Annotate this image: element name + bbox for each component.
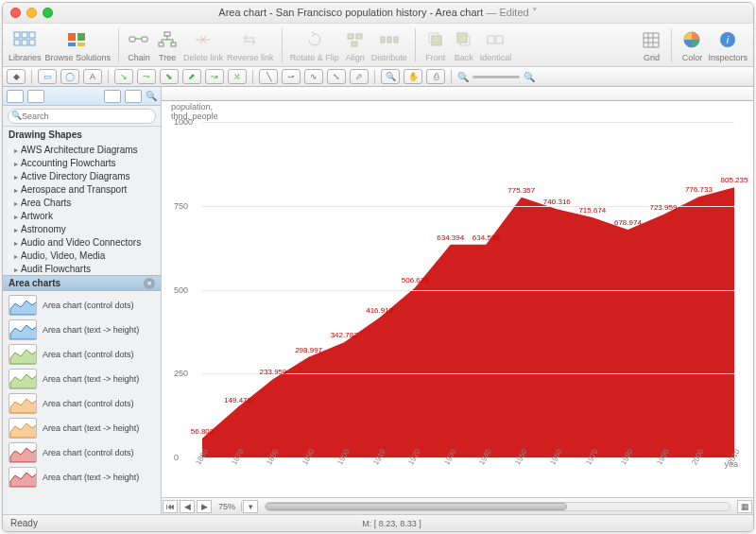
- shape-item[interactable]: Area chart (text -> height): [3, 318, 161, 342]
- sidebar-tab-2[interactable]: [27, 90, 44, 103]
- front-button[interactable]: Front: [423, 27, 448, 62]
- category-item[interactable]: AWS Architecture Diagrams: [3, 143, 161, 156]
- zoom-value[interactable]: 75%: [213, 502, 242, 511]
- color-button[interactable]: Color: [679, 27, 704, 62]
- connector-tool-4[interactable]: ⬈: [182, 69, 201, 84]
- y-tick-label: 750: [174, 201, 188, 211]
- tree-button[interactable]: Tree: [155, 27, 180, 62]
- category-item[interactable]: Accounting Flowcharts: [3, 156, 161, 169]
- line-tool-5[interactable]: ⬀: [350, 69, 369, 84]
- shape-item[interactable]: Area chart (control dots): [3, 342, 161, 367]
- connector-tool-3[interactable]: ⬊: [160, 69, 179, 84]
- y-tick-label: 1000: [174, 117, 193, 127]
- page-grid-button[interactable]: ▦: [737, 500, 752, 513]
- page-add-button[interactable]: ▾: [243, 500, 258, 513]
- svg-rect-6: [68, 33, 76, 41]
- ellipse-tool[interactable]: ◯: [60, 69, 79, 84]
- selected-category[interactable]: Area charts ×: [3, 275, 161, 291]
- zoom-in-icon[interactable]: 🔍: [524, 72, 535, 82]
- line-tool-4[interactable]: ⤡: [327, 69, 346, 84]
- sep: [282, 28, 283, 62]
- svg-rect-8: [68, 43, 76, 46]
- data-label: 634.536: [472, 233, 500, 242]
- close-category-icon[interactable]: ×: [144, 278, 155, 289]
- shape-label: Area chart (text -> height): [43, 325, 139, 335]
- sidebar-tab-1[interactable]: [7, 90, 24, 103]
- shape-item[interactable]: Area chart (text -> height): [3, 465, 161, 490]
- page-next-button[interactable]: ▶: [197, 500, 212, 513]
- category-item[interactable]: Active Directory Diagrams: [3, 169, 161, 182]
- category-item[interactable]: Artwork: [3, 209, 161, 222]
- stamp-tool[interactable]: ⎙: [426, 69, 445, 84]
- shape-item[interactable]: Area chart (control dots): [3, 391, 161, 416]
- connector-tool-6[interactable]: ⤭: [228, 69, 247, 84]
- delete-link-button[interactable]: Delete link: [183, 27, 223, 62]
- edited-indicator[interactable]: — Edited ˅: [483, 7, 537, 18]
- shape-label: Area chart (control dots): [43, 350, 134, 359]
- browse-icon: [65, 27, 90, 52]
- shape-list: Area chart (control dots)Area chart (tex…: [3, 291, 161, 514]
- shape-item[interactable]: Area chart (control dots): [3, 293, 161, 318]
- zoom-out-icon[interactable]: 🔍: [457, 72, 469, 82]
- tree-icon: [155, 27, 180, 52]
- align-button[interactable]: Align: [343, 27, 368, 62]
- grid-button[interactable]: Grid: [639, 27, 663, 62]
- zoom-track[interactable]: [472, 76, 520, 78]
- browse-solutions-button[interactable]: Browse Solutions: [45, 27, 112, 62]
- shape-label: Area chart (control dots): [43, 448, 134, 457]
- chain-button[interactable]: Chain: [127, 27, 151, 62]
- svg-rect-21: [432, 36, 441, 45]
- zoom-in-tool[interactable]: 🔍: [381, 69, 400, 84]
- shape-thumbnail: [9, 319, 37, 340]
- reverse-link-button[interactable]: Reverse link: [227, 27, 274, 62]
- sidebar-view-2[interactable]: [125, 90, 142, 103]
- search-input[interactable]: [8, 109, 156, 124]
- connector-tool-2[interactable]: ⤳: [137, 69, 156, 84]
- connector-tool-1[interactable]: ↘: [114, 69, 133, 84]
- inspectors-button[interactable]: i Inspectors: [708, 27, 747, 62]
- align-label: Align: [346, 53, 365, 62]
- line-tool-2[interactable]: ⤻: [282, 69, 301, 84]
- text-tool[interactable]: A: [83, 69, 102, 84]
- identical-button[interactable]: Identical: [480, 27, 512, 62]
- horizontal-scrollbar[interactable]: [265, 502, 730, 511]
- category-tree: AWS Architecture DiagramsAccounting Flow…: [3, 143, 161, 275]
- data-label: 298.997: [295, 346, 322, 354]
- shape-item[interactable]: Area chart (text -> height): [3, 367, 161, 391]
- connector-tool-5[interactable]: ↝: [205, 69, 224, 84]
- category-item[interactable]: Astronomy: [3, 222, 161, 235]
- libraries-button[interactable]: Libraries: [9, 27, 42, 62]
- gridline: [202, 290, 734, 291]
- zoom-slider[interactable]: 🔍 🔍: [457, 72, 535, 82]
- shape-label: Area chart (control dots): [43, 301, 134, 310]
- sidebar-view-1[interactable]: [104, 90, 121, 103]
- shape-thumbnail: [9, 467, 37, 488]
- canvas-footer: ⏮ ◀ ▶ 75% ▾ ▦: [162, 497, 753, 514]
- status-ready: Ready: [10, 518, 38, 528]
- chain-icon: [127, 27, 151, 52]
- rotate-icon: [302, 27, 327, 52]
- page-first-button[interactable]: ⏮: [163, 500, 178, 513]
- svg-rect-2: [29, 32, 35, 38]
- category-item[interactable]: Aerospace and Transport: [3, 182, 161, 196]
- shape-item[interactable]: Area chart (control dots): [3, 440, 161, 465]
- search-icon[interactable]: 🔍: [146, 91, 157, 101]
- svg-rect-26: [496, 36, 503, 43]
- category-item[interactable]: Area Charts: [3, 196, 161, 209]
- rect-tool[interactable]: ▭: [38, 69, 57, 84]
- category-item[interactable]: Audio and Video Connectors: [3, 235, 161, 249]
- page-prev-button[interactable]: ◀: [180, 500, 195, 513]
- selected-category-label: Area charts: [9, 278, 60, 288]
- rotate-flip-button[interactable]: Rotate & Flip: [290, 27, 339, 62]
- hand-tool[interactable]: ✋: [404, 69, 422, 84]
- distribute-button[interactable]: Distribute: [371, 27, 407, 62]
- line-tool-3[interactable]: ∿: [304, 69, 323, 84]
- category-item[interactable]: Audit Flowcharts: [3, 262, 161, 275]
- area-chart: population,thnd. people yea 025050075010…: [169, 103, 744, 476]
- category-item[interactable]: Audio, Video, Media: [3, 249, 161, 262]
- canvas[interactable]: population,thnd. people yea 025050075010…: [162, 101, 753, 497]
- shape-item[interactable]: Area chart (text -> height): [3, 416, 161, 440]
- line-tool-1[interactable]: ╲: [259, 69, 278, 84]
- back-button[interactable]: Back: [452, 27, 476, 62]
- pointer-tool[interactable]: ◆: [7, 69, 26, 84]
